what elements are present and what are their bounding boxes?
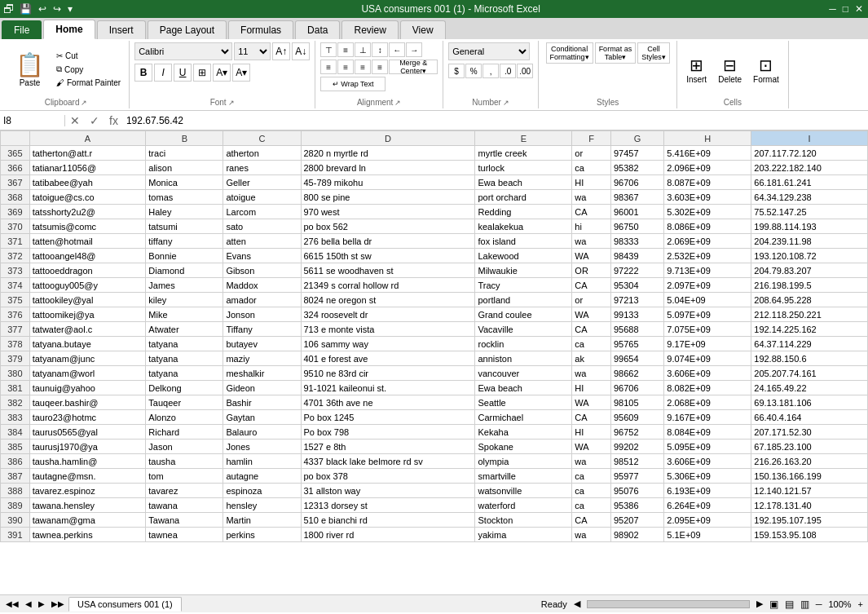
clipboard-dialog-icon[interactable]: ↗ bbox=[81, 99, 87, 107]
cell-h[interactable]: 5.302E+09 bbox=[664, 205, 751, 219]
cell-d[interactable]: 91-1021 kaileonui st. bbox=[301, 381, 475, 395]
cell-i[interactable]: 193.120.108.72 bbox=[751, 249, 868, 263]
cell-g[interactable]: 98439 bbox=[610, 249, 663, 263]
tab-page-layout[interactable]: Page Layout bbox=[148, 20, 227, 39]
cell-f[interactable]: wa bbox=[572, 454, 611, 469]
cell-b[interactable]: tatyana bbox=[146, 366, 223, 381]
cell-a[interactable]: tatoigue@cs.co bbox=[29, 190, 146, 205]
cell-h[interactable]: 5.097E+09 bbox=[664, 307, 751, 322]
cell-h[interactable]: 8.087E+09 bbox=[664, 175, 751, 190]
next-sheet-btn2[interactable]: ▶▶ bbox=[49, 599, 67, 608]
cell-h[interactable]: 2.096E+09 bbox=[664, 161, 751, 175]
cell-f[interactable]: ca bbox=[572, 498, 611, 513]
increase-decimal-btn[interactable]: .0 bbox=[500, 64, 516, 78]
cell-b[interactable]: James bbox=[146, 278, 223, 293]
align-center-btn[interactable]: ≡ bbox=[337, 60, 354, 74]
cell-d[interactable]: 800 se pine bbox=[301, 190, 475, 205]
cell-g[interactable]: 96706 bbox=[610, 175, 663, 190]
cell-d[interactable]: 2800 brevard ln bbox=[301, 161, 475, 175]
align-top-btn[interactable]: ⊤ bbox=[320, 42, 337, 57]
close-btn[interactable]: ✕ bbox=[853, 3, 865, 15]
cell-e[interactable]: Tracy bbox=[475, 278, 572, 293]
text-direction-btn[interactable]: ↕ bbox=[372, 42, 388, 57]
cell-g[interactable]: 98902 bbox=[610, 528, 663, 542]
col-header-f[interactable]: F bbox=[572, 131, 611, 146]
cell-d[interactable]: Po box 798 bbox=[301, 425, 475, 440]
cell-d[interactable]: 401 e forest ave bbox=[301, 351, 475, 366]
cell-d[interactable]: 5611 se woodhaven st bbox=[301, 263, 475, 278]
cell-i[interactable]: 212.118.250.221 bbox=[751, 307, 868, 322]
cell-b[interactable]: Atwater bbox=[146, 322, 223, 337]
redo-btn[interactable]: ↪ bbox=[51, 3, 63, 15]
cell-e[interactable]: smartville bbox=[475, 469, 572, 484]
cell-c[interactable]: Balauro bbox=[223, 425, 301, 440]
cell-a[interactable]: tatyanam@junc bbox=[29, 351, 146, 366]
cell-c[interactable]: Geller bbox=[223, 175, 301, 190]
align-middle-btn[interactable]: ≡ bbox=[337, 42, 354, 57]
cell-reference-box[interactable]: I8 bbox=[0, 115, 65, 126]
cell-b[interactable]: tatsumi bbox=[146, 219, 223, 234]
cell-f[interactable]: wa bbox=[572, 234, 611, 249]
cell-g[interactable]: 97222 bbox=[610, 263, 663, 278]
cell-a[interactable]: tatibabee@yah bbox=[29, 175, 146, 190]
cell-i[interactable]: 67.185.23.100 bbox=[751, 440, 868, 454]
cell-b[interactable]: tatyana bbox=[146, 337, 223, 351]
next-sheet-btn[interactable]: ▶ bbox=[36, 599, 47, 608]
format-cells-btn[interactable]: ⊡ Format bbox=[749, 53, 783, 86]
cell-g[interactable]: 95977 bbox=[610, 469, 663, 484]
cell-b[interactable]: tawnea bbox=[146, 528, 223, 542]
cell-e[interactable]: waterford bbox=[475, 498, 572, 513]
cell-a[interactable]: tawana.hensley bbox=[29, 498, 146, 513]
cell-b[interactable]: tavarez bbox=[146, 484, 223, 498]
indent-increase-btn[interactable]: → bbox=[406, 42, 422, 57]
cell-g[interactable]: 95304 bbox=[610, 278, 663, 293]
cell-a[interactable]: tattooeddragon bbox=[29, 263, 146, 278]
cell-c[interactable]: Gaytan bbox=[223, 410, 301, 425]
decrease-font-btn[interactable]: A↓ bbox=[292, 42, 310, 60]
cell-e[interactable]: Redding bbox=[475, 205, 572, 219]
cell-a[interactable]: tausha.hamlin@ bbox=[29, 454, 146, 469]
cell-f[interactable]: ak bbox=[572, 351, 611, 366]
cell-h[interactable]: 5.095E+09 bbox=[664, 440, 751, 454]
cell-b[interactable]: Monica bbox=[146, 175, 223, 190]
italic-button[interactable]: I bbox=[154, 64, 172, 82]
qat-more-btn[interactable]: ▾ bbox=[66, 3, 74, 15]
cell-g[interactable]: 96750 bbox=[610, 219, 663, 234]
cell-a[interactable]: tatten@hotmail bbox=[29, 234, 146, 249]
cell-h[interactable]: 6.264E+09 bbox=[664, 498, 751, 513]
cell-d[interactable]: 45-789 mikohu bbox=[301, 175, 475, 190]
tab-view[interactable]: View bbox=[400, 20, 446, 39]
cell-b[interactable]: tom bbox=[146, 469, 223, 484]
cell-d[interactable]: 4701 36th ave ne bbox=[301, 395, 475, 410]
cell-c[interactable]: Larcom bbox=[223, 205, 301, 219]
cell-e[interactable]: Milwaukie bbox=[475, 263, 572, 278]
cell-d[interactable]: 6615 150th st sw bbox=[301, 249, 475, 263]
cell-h[interactable]: 8.086E+09 bbox=[664, 219, 751, 234]
cell-i[interactable]: 204.239.11.98 bbox=[751, 234, 868, 249]
cell-b[interactable]: Diamond bbox=[146, 263, 223, 278]
format-as-table-btn[interactable]: Format asTable▾ bbox=[595, 42, 637, 64]
cell-g[interactable]: 96001 bbox=[610, 205, 663, 219]
scroll-left-btn[interactable]: ◀ bbox=[574, 599, 580, 609]
cell-c[interactable]: sato bbox=[223, 219, 301, 234]
cell-i[interactable]: 64.34.129.238 bbox=[751, 190, 868, 205]
cell-b[interactable]: tawana bbox=[146, 498, 223, 513]
cell-d[interactable]: 713 e monte vista bbox=[301, 322, 475, 337]
cell-f[interactable]: HI bbox=[572, 381, 611, 395]
cell-g[interactable]: 99202 bbox=[610, 440, 663, 454]
cell-d[interactable]: 2820 n myrtle rd bbox=[301, 146, 475, 161]
merge-center-btn[interactable]: Merge & Center▾ bbox=[389, 60, 438, 74]
cell-i[interactable]: 159.153.95.108 bbox=[751, 528, 868, 542]
cell-g[interactable]: 95386 bbox=[610, 498, 663, 513]
cell-f[interactable]: ca bbox=[572, 337, 611, 351]
cell-e[interactable]: port orchard bbox=[475, 190, 572, 205]
cell-e[interactable]: turlock bbox=[475, 161, 572, 175]
cell-f[interactable]: or bbox=[572, 293, 611, 307]
insert-cells-btn[interactable]: ⊞ Insert bbox=[682, 53, 711, 86]
cell-e[interactable]: Stockton bbox=[475, 513, 572, 528]
tab-file[interactable]: File bbox=[2, 20, 42, 39]
cell-b[interactable]: Bonnie bbox=[146, 249, 223, 263]
cell-b[interactable]: kiley bbox=[146, 293, 223, 307]
cell-e[interactable]: Grand coulee bbox=[475, 307, 572, 322]
cell-c[interactable]: Gibson bbox=[223, 263, 301, 278]
